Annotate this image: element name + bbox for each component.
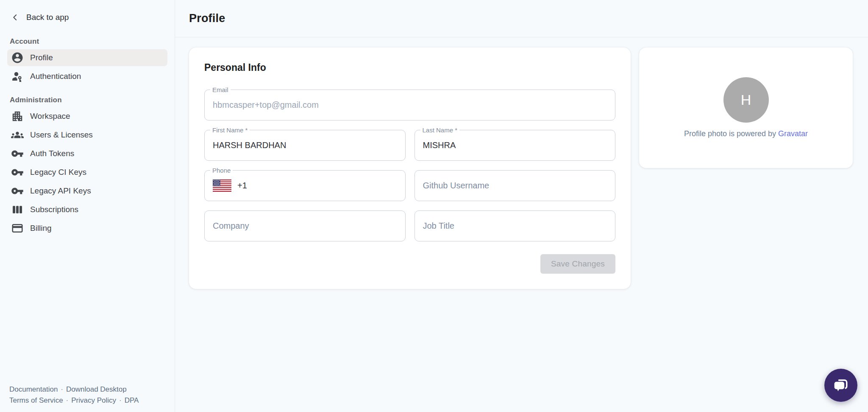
us-flag-icon[interactable]: [213, 179, 231, 192]
sidebar-item-label: Workspace: [30, 112, 70, 121]
key-icon: [11, 185, 24, 197]
email-label: Email: [210, 86, 231, 93]
company-field: [204, 210, 406, 241]
sidebar-item-billing[interactable]: Billing: [7, 220, 167, 237]
key-icon: [11, 147, 24, 160]
last-name-input[interactable]: [423, 140, 607, 150]
building-icon: [11, 110, 24, 123]
sidebar-item-legacy-ci-keys[interactable]: Legacy CI Keys: [7, 164, 167, 181]
sidebar-footer: Documentation·Download Desktop Terms of …: [9, 384, 139, 406]
groups-icon: [11, 129, 24, 141]
github-username-input[interactable]: [423, 181, 607, 191]
chat-bubbles-icon: [832, 376, 850, 395]
personal-info-card: Personal Info Email First Name * Last Na…: [189, 48, 631, 289]
account-circle-icon: [11, 51, 24, 64]
sidebar-item-label: Users & Licenses: [30, 130, 93, 140]
last-name-label: Last Name *: [420, 126, 460, 134]
sidebar-item-label: Auth Tokens: [30, 149, 74, 158]
first-name-label: First Name *: [210, 126, 250, 134]
terms-of-service-link[interactable]: Terms of Service: [9, 396, 63, 404]
personal-info-title: Personal Info: [204, 62, 615, 73]
job-title-input[interactable]: [423, 221, 607, 231]
dpa-link[interactable]: DPA: [125, 396, 139, 404]
key-icon: [11, 166, 24, 179]
job-title-field: [415, 210, 616, 241]
last-name-field: Last Name *: [415, 130, 616, 161]
sidebar-item-label: Legacy CI Keys: [30, 168, 86, 177]
back-to-app-button[interactable]: Back to app: [7, 11, 167, 24]
save-changes-button[interactable]: Save Changes: [540, 254, 615, 274]
sidebar-item-label: Authentication: [30, 72, 81, 81]
person-key-icon: [11, 70, 24, 83]
sidebar-item-profile[interactable]: Profile: [7, 49, 167, 66]
sidebar-item-legacy-api-keys[interactable]: Legacy API Keys: [7, 182, 167, 199]
company-input[interactable]: [213, 221, 397, 231]
separator: ·: [61, 385, 63, 393]
main-content: Profile Personal Info Email First Name *…: [175, 0, 868, 412]
sidebar-item-label: Profile: [30, 53, 53, 62]
sidebar-item-workspace[interactable]: Workspace: [7, 108, 167, 125]
credit-card-icon: [11, 222, 24, 235]
footer-row-2: Terms of Service·Privacy Policy·DPA: [9, 395, 139, 406]
email-field: Email: [204, 90, 615, 121]
gravatar-card: H Profile photo is powered by Gravatar: [639, 48, 853, 168]
sidebar-item-auth-tokens[interactable]: Auth Tokens: [7, 145, 167, 162]
back-to-app-label: Back to app: [26, 13, 69, 22]
sidebar-item-label: Subscriptions: [30, 205, 78, 214]
gravatar-link[interactable]: Gravatar: [778, 129, 808, 138]
phone-label: Phone: [210, 167, 233, 174]
separator: ·: [66, 396, 69, 404]
chevron-left-icon: [11, 14, 19, 21]
privacy-policy-link[interactable]: Privacy Policy: [71, 396, 116, 404]
github-username-field: [415, 170, 616, 201]
gravatar-caption-text: Profile photo is powered by: [684, 129, 776, 138]
sidebar-item-authentication[interactable]: Authentication: [7, 68, 167, 85]
separator: ·: [119, 396, 122, 404]
email-input[interactable]: [213, 100, 607, 110]
download-desktop-link[interactable]: Download Desktop: [66, 385, 127, 393]
sidebar-item-label: Legacy API Keys: [30, 186, 91, 196]
sidebar-item-users-licenses[interactable]: Users & Licenses: [7, 126, 167, 143]
page-header: Profile: [175, 0, 868, 37]
page-title: Profile: [189, 12, 225, 25]
columns-icon: [11, 203, 24, 216]
phone-input[interactable]: [237, 181, 397, 191]
chat-launcher-button[interactable]: [824, 369, 857, 402]
section-label-account: Account: [7, 37, 167, 46]
avatar: H: [723, 77, 769, 123]
first-name-field: First Name *: [204, 130, 406, 161]
phone-field: Phone: [204, 170, 406, 201]
documentation-link[interactable]: Documentation: [9, 385, 58, 393]
footer-row-1: Documentation·Download Desktop: [9, 384, 139, 395]
sidebar-item-label: Billing: [30, 224, 52, 233]
sidebar-item-subscriptions[interactable]: Subscriptions: [7, 201, 167, 218]
section-label-administration: Administration: [7, 96, 167, 104]
gravatar-caption: Profile photo is powered by Gravatar: [684, 129, 808, 138]
sidebar: Back to app Account Profile Authenticati…: [0, 0, 175, 412]
first-name-input[interactable]: [213, 140, 397, 150]
